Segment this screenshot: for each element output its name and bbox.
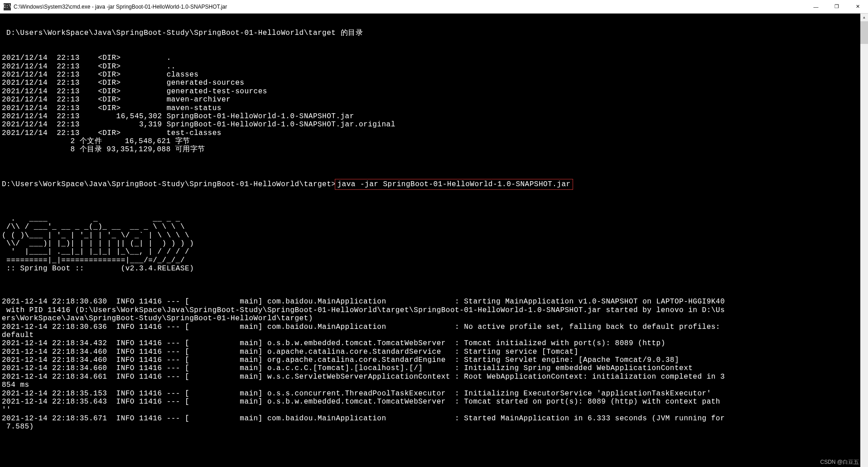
directory-header: D:\Users\WorkSpace\Java\SpringBoot-Study… (2, 29, 866, 37)
minimize-button[interactable]: — (805, 0, 826, 14)
scrollbar-thumb[interactable] (860, 21, 868, 44)
spring-banner: . ____ _ __ _ _ /\\ / ___'_ __ _ _(_)_ _… (2, 215, 866, 273)
command-prompt-line: D:\Users\WorkSpace\Java\SpringBoot-Study… (2, 179, 866, 190)
vertical-scrollbar[interactable]: ▲ (860, 14, 868, 467)
window-title: C:\Windows\System32\cmd.exe - java -jar … (14, 4, 227, 10)
title-bar-left: C:\ C:\Windows\System32\cmd.exe - java -… (4, 3, 227, 10)
maximize-button[interactable]: ❐ (826, 0, 847, 14)
watermark-text: CSDN @白豆五 (820, 458, 859, 466)
scrollbar-up-arrow-icon[interactable]: ▲ (860, 14, 868, 21)
window-title-bar: C:\ C:\Windows\System32\cmd.exe - java -… (0, 0, 868, 14)
terminal-output[interactable]: D:\Users\WorkSpace\Java\SpringBoot-Study… (0, 14, 868, 467)
log-output: 2021-12-14 22:18:30.630 INFO 11416 --- [… (2, 298, 866, 431)
directory-listing: 2021/12/14 22:13 <DIR> . 2021/12/14 22:1… (2, 54, 866, 154)
prompt-path: D:\Users\WorkSpace\Java\SpringBoot-Study… (2, 180, 336, 188)
close-button[interactable]: ✕ (847, 0, 868, 14)
cmd-icon: C:\ (4, 3, 11, 10)
window-controls: — ❐ ✕ (805, 0, 868, 14)
command-highlight: java -jar SpringBoot-01-HelloWorld-1.0-S… (335, 179, 573, 190)
